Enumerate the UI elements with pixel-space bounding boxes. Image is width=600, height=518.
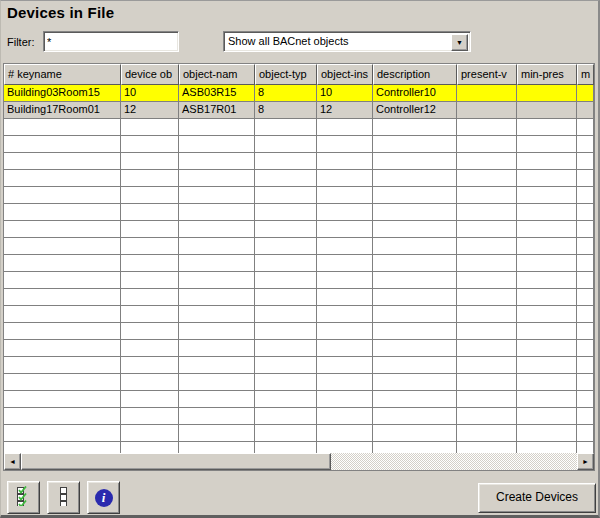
table-cell	[255, 238, 317, 255]
table-cell	[517, 323, 577, 340]
table-cell: Building03Room15	[4, 85, 121, 102]
header-cell[interactable]: present-v	[457, 64, 517, 85]
table-cell	[373, 340, 457, 357]
table-cell	[317, 153, 373, 170]
table-cell	[517, 119, 577, 136]
table-cell	[4, 204, 121, 221]
table-cell	[457, 272, 517, 289]
horizontal-scrollbar[interactable]: ◄ ►	[4, 453, 594, 470]
table-cell	[4, 306, 121, 323]
object-filter-dropdown[interactable]: Show all BACnet objects ▼	[223, 31, 471, 52]
table-cell	[121, 272, 179, 289]
table-cell	[317, 357, 373, 374]
header-cell[interactable]: description	[373, 64, 457, 85]
table-cell	[517, 357, 577, 374]
table-cell	[517, 340, 577, 357]
table-cell	[121, 323, 179, 340]
table-cell	[517, 391, 577, 408]
table-cell	[121, 374, 179, 391]
table-cell	[317, 442, 373, 453]
table-cell	[577, 170, 594, 187]
table-cell	[255, 170, 317, 187]
table-cell: 12	[317, 102, 373, 119]
select-all-checkboxes-button[interactable]	[7, 481, 40, 514]
table-cell	[121, 391, 179, 408]
chevron-down-icon[interactable]: ▼	[451, 34, 468, 51]
empty-table-row	[4, 153, 594, 170]
table-cell	[317, 170, 373, 187]
scrollbar-thumb[interactable]	[21, 453, 331, 470]
table-cell	[457, 221, 517, 238]
table-cell	[517, 306, 577, 323]
table-cell	[577, 323, 594, 340]
header-cell[interactable]: device ob	[121, 64, 179, 85]
table-cell	[317, 204, 373, 221]
table-cell	[317, 289, 373, 306]
table-cell	[317, 187, 373, 204]
empty-table-row	[4, 425, 594, 442]
header-cell[interactable]: # keyname	[4, 64, 121, 85]
table-cell	[577, 391, 594, 408]
table-cell	[255, 204, 317, 221]
table-cell	[373, 442, 457, 453]
table-cell	[373, 306, 457, 323]
empty-table-row	[4, 306, 594, 323]
empty-table-row	[4, 170, 594, 187]
scroll-right-icon[interactable]: ►	[577, 453, 594, 470]
table-cell	[255, 289, 317, 306]
deselect-all-checkboxes-button[interactable]	[47, 481, 80, 514]
table-cell	[457, 391, 517, 408]
table-cell	[121, 153, 179, 170]
empty-table-row	[4, 408, 594, 425]
table-cell	[577, 357, 594, 374]
header-cell[interactable]: min-pres	[517, 64, 577, 85]
table-cell	[255, 357, 317, 374]
table-cell	[121, 221, 179, 238]
table-cell	[255, 323, 317, 340]
table-cell	[577, 272, 594, 289]
table-cell	[121, 170, 179, 187]
table-cell	[121, 340, 179, 357]
table-cell	[457, 323, 517, 340]
header-cell[interactable]: object-ins	[317, 64, 373, 85]
table-cell	[255, 374, 317, 391]
table-cell	[179, 289, 255, 306]
table-cell	[373, 238, 457, 255]
table-cell	[255, 221, 317, 238]
table-cell	[373, 204, 457, 221]
header-cell[interactable]: object-nam	[179, 64, 255, 85]
table-cell	[317, 221, 373, 238]
header-cell[interactable]: object-typ	[255, 64, 317, 85]
table-cell	[121, 408, 179, 425]
table-cell	[317, 119, 373, 136]
table-cell	[121, 289, 179, 306]
empty-table-row	[4, 238, 594, 255]
table-cell	[373, 153, 457, 170]
empty-table-row	[4, 119, 594, 136]
header-cell[interactable]: m	[577, 64, 594, 85]
filter-input[interactable]	[43, 31, 179, 52]
table-cell	[121, 306, 179, 323]
table-cell	[179, 238, 255, 255]
table-row[interactable]: Building17Room0112ASB17R01812Controller1…	[4, 102, 594, 119]
table-cell	[4, 340, 121, 357]
table-cell	[577, 136, 594, 153]
create-devices-button[interactable]: Create Devices	[478, 483, 596, 513]
page-title: Devices in File	[7, 4, 114, 21]
table-cell	[121, 255, 179, 272]
table-cell	[179, 204, 255, 221]
table-cell	[179, 425, 255, 442]
table-row[interactable]: Building03Room1510ASB03R15810Controller1…	[4, 85, 594, 102]
table-cell	[179, 272, 255, 289]
table-cell: ASB17R01	[179, 102, 255, 119]
info-button[interactable]: i	[87, 481, 120, 514]
table-cell	[457, 255, 517, 272]
table-cell	[373, 323, 457, 340]
empty-table-row	[4, 221, 594, 238]
table-cell	[577, 255, 594, 272]
scroll-left-icon[interactable]: ◄	[4, 453, 21, 470]
table-cell	[457, 357, 517, 374]
empty-table-row	[4, 187, 594, 204]
table-cell: ASB03R15	[179, 85, 255, 102]
table-cell	[121, 357, 179, 374]
